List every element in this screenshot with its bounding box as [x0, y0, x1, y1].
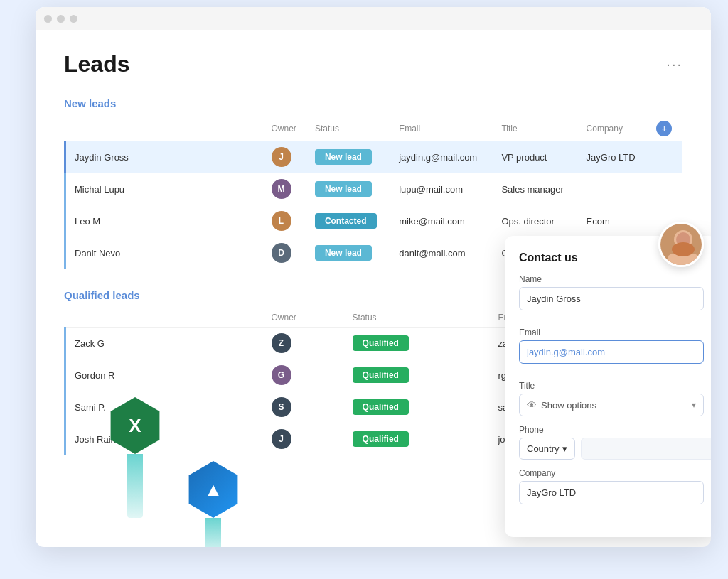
blue-hex-shape: ▲ [185, 461, 242, 518]
svg-point-4 [672, 242, 695, 256]
excel-hex-shape: X [107, 397, 164, 454]
lead-email: mike@mail.com [392, 205, 494, 237]
country-select-text: Country [527, 443, 560, 454]
contact-panel: Contact us Name Email Title 👁 Show optio… [505, 236, 711, 537]
add-lead-button[interactable]: + [656, 121, 672, 136]
lead-actions [649, 173, 682, 205]
lead-owner: G [264, 359, 346, 391]
country-chevron-icon: ▾ [562, 443, 567, 454]
phone-label: Phone [519, 425, 704, 435]
company-field-group: Company [519, 468, 704, 513]
col-owner: Owner [264, 117, 308, 141]
phone-row: Country ▾ [519, 438, 704, 460]
lead-owner: J [264, 423, 346, 455]
col-add: + [649, 117, 682, 141]
email-input[interactable] [519, 340, 704, 364]
dot-1 [44, 15, 52, 23]
col-status-q: Status [346, 308, 491, 328]
lead-status: Contacted [308, 205, 392, 237]
lead-status: New lead [308, 237, 392, 269]
lead-owner: D [264, 237, 308, 269]
bottom-icons: X ▲ [107, 397, 242, 518]
phone-input[interactable] [581, 438, 711, 460]
col-name-q [65, 308, 264, 328]
title-bar [36, 7, 711, 30]
name-input[interactable] [519, 287, 704, 310]
page-title: Leads [64, 51, 129, 77]
chevron-down-icon: ▾ [692, 400, 696, 410]
lead-title: VP product [494, 141, 579, 173]
lead-status: Qualified [346, 423, 491, 455]
lead-status: Qualified [346, 359, 491, 391]
lead-name: Zack G [65, 328, 264, 359]
lead-status: New lead [308, 141, 392, 173]
lead-owner: Z [264, 328, 346, 359]
lead-email: lupu@mail.com [392, 173, 494, 205]
dot-3 [70, 15, 77, 23]
col-title: Title [494, 117, 579, 141]
lead-title: Ops. director [494, 205, 579, 237]
title-select[interactable]: 👁 Show options ▾ [519, 394, 704, 416]
new-leads-header: Owner Status Email Title Company + [65, 117, 683, 141]
excel-icon-hex: X [107, 397, 164, 518]
lead-owner: M [264, 173, 308, 205]
lead-status: Qualified [346, 391, 491, 423]
dot-2 [57, 15, 65, 23]
email-label: Email [519, 328, 704, 337]
main-content: Leads ··· New leads Owner Status Email T… [36, 30, 711, 497]
new-lead-row[interactable]: Jaydin Gross J New lead jaydin.g@mail.co… [65, 141, 683, 173]
lead-name: Danit Nevo [65, 237, 264, 269]
col-owner-q: Owner [264, 308, 346, 328]
phone-field-group: Phone Country ▾ [519, 425, 704, 460]
lead-title: Sales manager [494, 173, 579, 205]
lead-name: Jaydin Gross [65, 141, 264, 173]
company-input[interactable] [519, 481, 704, 504]
col-company: Company [579, 117, 650, 141]
company-label: Company [519, 468, 704, 478]
lead-name: Michal Lupu [65, 173, 264, 205]
name-label: Name [519, 274, 704, 284]
app-window: Leads ··· New leads Owner Status Email T… [36, 7, 711, 547]
lead-actions [649, 141, 682, 173]
col-status: Status [308, 117, 392, 141]
lead-company: — [579, 173, 650, 205]
col-name [65, 117, 264, 141]
lead-name: Leo M [65, 205, 264, 237]
eye-icon: 👁 [527, 399, 537, 411]
lead-name: Gordon R [65, 359, 264, 391]
new-lead-row[interactable]: Leo M L Contacted mike@mail.com Ops. dir… [65, 205, 683, 237]
new-leads-title: New leads [64, 97, 682, 109]
more-options-button[interactable]: ··· [666, 56, 682, 72]
excel-hex-tail [127, 454, 143, 518]
name-field-group: Name [519, 274, 704, 319]
new-lead-row[interactable]: Michal Lupu M New lead lupu@mail.com Sal… [65, 173, 683, 205]
col-email: Email [392, 117, 494, 141]
country-select[interactable]: Country ▾ [519, 438, 575, 460]
lead-company: JayGro LTD [579, 141, 650, 173]
lead-status: Qualified [346, 328, 491, 359]
lead-email: danit@mail.com [392, 237, 494, 269]
user-avatar [658, 222, 704, 267]
lead-owner: L [264, 205, 308, 237]
blue-hex-tail [205, 518, 221, 547]
lead-status: New lead [308, 173, 392, 205]
title-field-group: Title 👁 Show options ▾ [519, 381, 704, 416]
blue-icon-hex: ▲ [185, 418, 242, 518]
page-header: Leads ··· [64, 51, 682, 77]
lead-owner: S [264, 391, 346, 423]
lead-company: Ecom [579, 205, 650, 237]
title-label: Title [519, 381, 704, 391]
lead-owner: J [264, 141, 308, 173]
email-field-group: Email [519, 328, 704, 372]
title-select-text: Show options [541, 400, 692, 411]
lead-email: jaydin.g@mail.com [392, 141, 494, 173]
